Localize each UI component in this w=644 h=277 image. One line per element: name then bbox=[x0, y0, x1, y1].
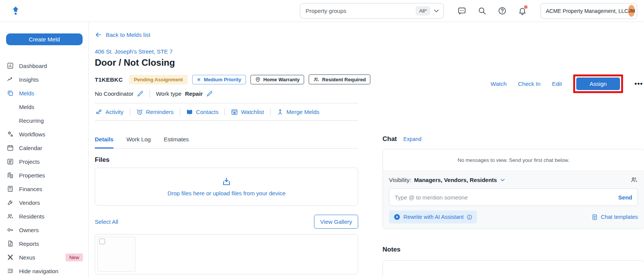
visibility-value: Managers, Vendors, Residents bbox=[414, 177, 497, 183]
edit-link[interactable]: Edit bbox=[552, 81, 562, 87]
sidebar-item-label: Workflows bbox=[19, 131, 45, 138]
account-menu[interactable]: ACME Property Management, LLC JM bbox=[540, 3, 637, 19]
more-actions-button[interactable]: ••• bbox=[634, 80, 643, 88]
sidebar-item-projects[interactable]: Projects bbox=[0, 155, 88, 168]
reminders-link[interactable]: Reminders bbox=[130, 109, 180, 116]
check-in-link[interactable]: Check In bbox=[518, 81, 540, 87]
ai-assistant-button[interactable]: Rewrite with AI Assistant bbox=[389, 211, 477, 223]
search-icon[interactable] bbox=[478, 6, 486, 15]
priority-icon bbox=[197, 78, 201, 82]
meld-title: Door / Not Closing bbox=[95, 57, 644, 68]
activity-link[interactable]: Activity bbox=[95, 109, 130, 116]
watchlist-label: Watchlist bbox=[241, 109, 264, 115]
activity-icon bbox=[96, 109, 102, 116]
sidebar-item-melds-sub[interactable]: Melds bbox=[0, 100, 88, 114]
sidebar-item-properties[interactable]: Properties bbox=[0, 168, 88, 182]
watchlist-link[interactable]: Watchlist bbox=[225, 109, 270, 116]
watch-link[interactable]: Watch bbox=[491, 81, 507, 87]
back-arrow-icon bbox=[95, 31, 102, 38]
sidebar-item-reports[interactable]: Reports bbox=[0, 237, 88, 250]
chat-card: No messages to view. Send your first cha… bbox=[383, 149, 644, 229]
notifications-bell-icon[interactable] bbox=[518, 6, 527, 15]
tab-work-log[interactable]: Work Log bbox=[126, 136, 151, 148]
hide-navigation-button[interactable]: Hide navigation bbox=[0, 264, 88, 277]
calendar-icon bbox=[6, 144, 14, 151]
chat-empty-message: No messages to view. Send your first cha… bbox=[383, 149, 644, 171]
search-input[interactable] bbox=[306, 8, 413, 14]
alarm-clock-icon bbox=[136, 109, 143, 116]
projects-icon bbox=[6, 158, 14, 165]
properties-icon bbox=[6, 172, 14, 179]
sidebar-item-recurring[interactable]: Recurring bbox=[0, 114, 88, 127]
file-thumbnail[interactable] bbox=[97, 237, 135, 272]
send-button[interactable]: Send bbox=[618, 194, 632, 201]
filter-all-badge[interactable]: All* bbox=[416, 6, 430, 16]
property-groups-search[interactable]: All* bbox=[300, 3, 444, 19]
resident-required-label: Resident Required bbox=[322, 77, 366, 82]
chat-templates-button[interactable]: Chat templates bbox=[591, 214, 638, 220]
property-address-link[interactable]: 406 St. Joseph's Street, STE 7 bbox=[95, 48, 173, 55]
chat-header: Chat Expand bbox=[383, 135, 644, 143]
sidebar-item-vendors[interactable]: Vendors bbox=[0, 196, 88, 209]
hide-navigation-label: Hide navigation bbox=[19, 268, 58, 274]
create-meld-button[interactable]: Create Meld bbox=[6, 33, 83, 45]
sidebar-item-nexus[interactable]: Nexus New bbox=[0, 250, 88, 264]
sidebar-item-label: Owners bbox=[19, 227, 39, 233]
sidebar-item-melds[interactable]: Melds bbox=[0, 86, 88, 100]
file-checkbox[interactable] bbox=[99, 239, 105, 244]
tab-details[interactable]: Details bbox=[95, 136, 113, 149]
help-icon[interactable] bbox=[498, 6, 507, 15]
resident-required-badge: Resident Required bbox=[309, 74, 370, 84]
contacts-link[interactable]: Contacts bbox=[180, 109, 225, 116]
reports-icon bbox=[6, 240, 14, 247]
back-link-label: Back to Melds list bbox=[106, 32, 150, 38]
book-icon bbox=[186, 109, 193, 116]
status-badge: Pending Assignment bbox=[129, 75, 188, 84]
hide-navigation-icon bbox=[6, 268, 14, 274]
chat-footer: Rewrite with AI Assistant Chat templates bbox=[389, 211, 638, 223]
document-icon bbox=[591, 214, 598, 220]
file-dropzone[interactable]: Drop files here or upload files from you… bbox=[95, 168, 358, 206]
view-gallery-button[interactable]: View Gallery bbox=[314, 215, 358, 229]
work-type-label: Work type bbox=[156, 90, 182, 97]
ai-assistant-label: Rewrite with AI Assistant bbox=[403, 214, 464, 220]
sidebar-item-workflows[interactable]: Workflows bbox=[0, 127, 88, 141]
divider bbox=[150, 89, 150, 98]
sidebar-item-insights[interactable]: Insights bbox=[0, 73, 88, 86]
vendors-icon bbox=[6, 199, 14, 206]
work-type-value: Repair bbox=[185, 90, 203, 97]
people-icon bbox=[313, 76, 319, 82]
chat-message-input[interactable] bbox=[395, 194, 618, 201]
sidebar-item-owners[interactable]: Owners bbox=[0, 223, 88, 237]
sidebar-item-calendar[interactable]: Calendar bbox=[0, 141, 88, 155]
owners-icon bbox=[6, 226, 14, 233]
assign-button[interactable]: Assign bbox=[576, 78, 620, 90]
chat-expand-link[interactable]: Expand bbox=[403, 136, 421, 142]
assign-annotation-highlight: Assign bbox=[573, 74, 623, 93]
sidebar-item-residents[interactable]: Residents bbox=[0, 209, 88, 223]
edit-coordinator-icon[interactable] bbox=[137, 90, 143, 97]
priority-badge: Medium Priority bbox=[192, 75, 245, 84]
sidebar-item-label: Projects bbox=[19, 158, 40, 165]
back-to-melds-link[interactable]: Back to Melds list bbox=[95, 31, 150, 38]
info-icon[interactable] bbox=[467, 214, 472, 220]
sidebar: Create Meld Dashboard Insights Melds Mel… bbox=[0, 22, 89, 277]
tab-estimates[interactable]: Estimates bbox=[164, 136, 189, 148]
select-all-link[interactable]: Select All bbox=[95, 218, 118, 225]
messages-icon[interactable] bbox=[457, 6, 466, 15]
chat-participants-icon[interactable] bbox=[630, 176, 638, 184]
sidebar-item-dashboard[interactable]: Dashboard bbox=[0, 59, 88, 73]
activity-label: Activity bbox=[105, 109, 124, 115]
sidebar-item-finances[interactable]: Finances bbox=[0, 182, 88, 196]
sidebar-item-label: Properties bbox=[19, 172, 45, 179]
chat-input-row: Send bbox=[389, 188, 638, 206]
visibility-selector[interactable]: Managers, Vendors, Residents bbox=[414, 177, 505, 183]
company-name: ACME Property Management, LLC bbox=[546, 8, 628, 14]
avatar[interactable]: JM bbox=[628, 5, 635, 17]
merge-icon bbox=[277, 109, 284, 116]
main-content: Back to Melds list 406 St. Joseph's Stre… bbox=[89, 22, 644, 277]
chevron-down-icon[interactable] bbox=[433, 8, 440, 14]
edit-work-type-icon[interactable] bbox=[206, 90, 213, 97]
sidebar-item-label: Finances bbox=[19, 186, 42, 192]
merge-melds-link[interactable]: Merge Melds bbox=[271, 109, 326, 116]
